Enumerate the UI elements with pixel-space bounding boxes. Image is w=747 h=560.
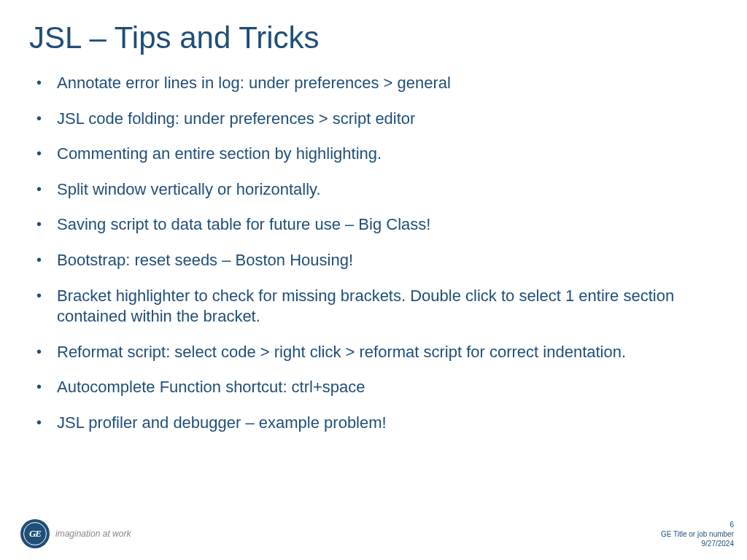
bullet-list: Annotate error lines in log: under prefe… [29,73,718,434]
job-line: GE Title or job number [661,529,734,539]
footer-meta: 6 GE Title or job number 9/27/2024 [661,520,734,548]
footer-date: 9/27/2024 [661,539,734,548]
ge-logo-ring: GE [23,522,47,545]
list-item: Bracket highlighter to check for missing… [57,286,718,327]
slide-title: JSL – Tips and Tricks [29,20,718,55]
ge-logo-monogram: GE [29,528,41,540]
list-item: JSL profiler and debugger – example prob… [57,413,718,434]
list-item: Saving script to data table for future u… [57,214,718,236]
slide-footer: GE imagination at work 6 GE Title or job… [0,516,747,553]
list-item: Split window vertically or horizontally. [57,179,718,201]
slide-content: JSL – Tips and Tricks Annotate error lin… [0,0,747,434]
ge-logo-icon: GE [20,519,50,548]
list-item: Reformat script: select code > right cli… [57,342,718,363]
logo-tagline: imagination at work [55,529,131,539]
logo-area: GE imagination at work [20,519,131,548]
list-item: Bootstrap: reset seeds – Boston Housing! [57,250,718,271]
list-item: Annotate error lines in log: under prefe… [57,73,718,94]
page-number: 6 [661,520,734,529]
list-item: JSL code folding: under preferences > sc… [57,109,718,130]
list-item: Commenting an entire section by highligh… [57,144,718,165]
list-item: Autocomplete Function shortcut: ctrl+spa… [57,377,718,398]
